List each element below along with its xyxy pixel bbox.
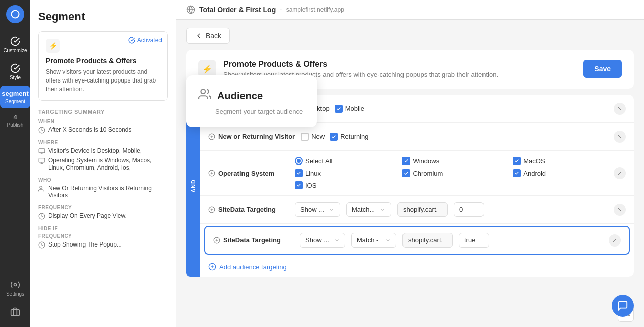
sidebar-item-settings[interactable]: Settings — [0, 275, 30, 302]
svg-point-1 — [14, 284, 17, 286]
who-label: WHO — [38, 177, 168, 183]
where-section: WHERE Visitor's Device is Desktop, Mobil… — [38, 140, 168, 171]
checkbox-checked-ios — [295, 181, 303, 189]
segment-card: Activated ⚡ Promote Products & Offers Sh… — [38, 31, 168, 101]
when-label: WHEN — [38, 119, 168, 124]
sidebar-label-segment: Segment — [5, 99, 25, 104]
sitedata1-label: SiteData Targeting — [208, 206, 289, 213]
sitedata1-show-dropdown[interactable]: Show ... — [295, 202, 340, 217]
sidebar-item-help[interactable] — [0, 302, 30, 322]
audience-overlay: Audience Segment your target audience — [186, 75, 317, 127]
checkbox-macos[interactable]: MacOS — [513, 157, 608, 165]
audience-header: Audience — [198, 88, 305, 104]
new-returning-label: New or Returning Visitor — [208, 133, 295, 140]
app-title: Total Order & First Log — [199, 6, 276, 14]
checkbox-select-all[interactable]: Select All — [295, 157, 394, 165]
add-audience-label: Add audience targeting — [219, 263, 287, 271]
sidebar-item-publish[interactable]: 4 Publish — [0, 108, 30, 133]
svg-rect-7 — [39, 158, 45, 162]
sitedata2-show-dropdown[interactable]: Show ... — [300, 233, 345, 248]
app-subtitle: samplefirst.netlify.app — [286, 6, 344, 13]
card-icon: ⚡ — [46, 39, 60, 53]
table-row: SiteData Targeting Show ... Match... sho… — [200, 196, 634, 224]
back-label: Back — [206, 32, 221, 40]
checkbox-unchecked-new — [301, 133, 309, 141]
targeting-summary: Targeting Summary WHEN After X Seconds i… — [38, 109, 168, 255]
sidebar-label-settings: Settings — [6, 291, 24, 297]
frequency-section: FREQUENCY Display On Every Page View. — [38, 205, 168, 220]
remove-sitedata1[interactable] — [614, 204, 626, 216]
targeting-summary-title: Targeting Summary — [38, 109, 168, 115]
table-row: Operating System Select All Windows MacO… — [200, 151, 634, 196]
checkbox-linux[interactable]: Linux — [295, 169, 394, 177]
hide-if-section: Hide if FREQUENCY Stop Showing The Popup… — [38, 226, 168, 249]
sitedata2-value[interactable]: true — [459, 233, 489, 248]
who-section: WHO New Or Returning Visitors is Returni… — [38, 177, 168, 199]
checkbox-checked-returning — [330, 133, 338, 141]
frequency-label: FREQUENCY — [38, 205, 168, 210]
checkbox-windows[interactable]: Windows — [402, 157, 505, 165]
svg-rect-2 — [11, 310, 20, 316]
os-checkboxes: Select All Windows MacOS Linux — [295, 157, 608, 189]
checkbox-android[interactable]: Android — [513, 169, 608, 177]
svg-rect-4 — [39, 149, 45, 153]
chat-button[interactable] — [612, 295, 634, 317]
remove-os[interactable] — [614, 167, 626, 179]
audience-icon — [198, 88, 211, 104]
checkbox-checked-linux — [295, 169, 303, 177]
checkbox-checked-macos — [513, 157, 521, 165]
remove-sitedata2[interactable] — [609, 234, 621, 247]
icon-bar: Customize Style segment Segment 4 Publis… — [0, 0, 30, 327]
sidebar-label-customize: Customize — [3, 48, 27, 53]
icon-bar-bottom: Settings — [0, 275, 30, 327]
table-row: SiteData Targeting Show ... Match - shop… — [204, 226, 630, 255]
header-card-title: Promote Products & Offers — [223, 60, 498, 69]
checkbox-new[interactable]: New — [301, 133, 325, 141]
os-label: Operating System — [208, 170, 289, 177]
sidebar-label-style: Style — [10, 75, 21, 80]
audience-title: Audience — [217, 90, 263, 102]
sitedata2-label: SiteData Targeting — [213, 236, 294, 244]
checkbox-chromium[interactable]: Chromium — [402, 169, 505, 177]
checkbox-checked-android — [513, 169, 521, 177]
segment-sidebar: Segment Activated ⚡ Promote Products & O… — [30, 0, 176, 327]
and-label: AND — [190, 179, 196, 193]
sidebar-item-style[interactable]: Style — [0, 58, 30, 86]
checkbox-checked-chromium — [402, 169, 410, 177]
sitedata1-value[interactable]: 0 — [454, 202, 484, 217]
svg-point-10 — [40, 186, 42, 189]
card-title: Promote Products & Offers — [46, 57, 160, 65]
sitedata2-match-dropdown[interactable]: Match - — [351, 233, 396, 248]
sitedata1-match-dropdown[interactable]: Match... — [346, 202, 391, 217]
back-button[interactable]: Back — [186, 28, 230, 44]
card-description: Show visitors your latest products and o… — [46, 68, 160, 93]
app-logo[interactable] — [6, 5, 24, 23]
top-bar: Total Order & First Log · samplefirst.ne… — [176, 0, 644, 20]
sitedata2-key: shopify.cart. — [403, 233, 453, 248]
svg-point-0 — [12, 11, 19, 18]
save-button[interactable]: Save — [583, 60, 622, 78]
sidebar-item-segment[interactable]: segment Segment — [0, 86, 30, 108]
sidebar-label-publish: Publish — [7, 122, 24, 128]
checkbox-ios[interactable]: IOS — [295, 181, 394, 189]
sitedata1-key: shopify.cart. — [397, 202, 448, 217]
when-section: WHEN After X Seconds is 10 Seconds — [38, 119, 168, 134]
new-returning-checkboxes: New Returning — [301, 133, 608, 141]
sidebar-step-segment: segment — [2, 90, 28, 97]
hide-if-label: Hide if — [38, 226, 168, 231]
remove-new-returning[interactable] — [614, 131, 626, 143]
checkbox-mobile[interactable]: Mobile — [335, 105, 364, 113]
checkbox-checked-mobile — [335, 105, 343, 113]
where-label: WHERE — [38, 140, 168, 145]
checkbox-checked-windows — [402, 157, 410, 165]
sidebar-item-customize[interactable]: Customize — [0, 31, 30, 58]
svg-point-15 — [201, 89, 205, 94]
radio-select-all — [295, 157, 303, 165]
when-row: After X Seconds is 10 Seconds — [38, 126, 168, 134]
remove-visitor-devices[interactable] — [614, 103, 626, 115]
activated-badge: Activated — [128, 37, 162, 44]
segment-title: Segment — [38, 10, 168, 23]
globe-icon — [186, 5, 195, 14]
add-audience-button[interactable]: Add audience targeting — [200, 257, 295, 277]
checkbox-returning[interactable]: Returning — [330, 133, 368, 141]
